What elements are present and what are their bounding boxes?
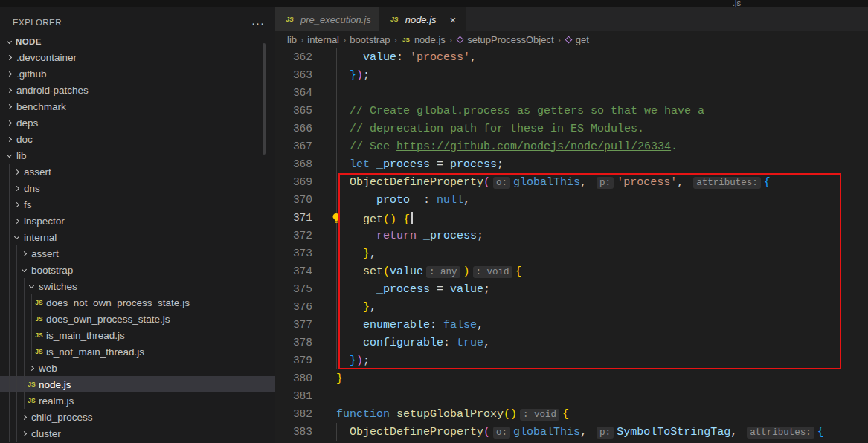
line-number: 368 [275,158,312,170]
tree-folder-doc[interactable]: doc [0,131,275,147]
tree-folder-deps[interactable]: deps [0,114,275,131]
chevron-right-icon[interactable] [3,49,16,65]
code-line-364[interactable]: 364 [275,84,868,102]
breadcrumb-item-bootstrap[interactable]: bootstrap [350,34,390,45]
close-icon[interactable]: × [449,13,458,26]
title-fragment: .js [733,0,741,7]
line-number: 381 [275,390,312,402]
tree-folder-devcontainer[interactable]: .devcontainer [0,49,275,65]
code-line-383[interactable]: 383 ObjectDefineProperty(o:globalThis, p… [275,423,868,441]
code-line-374[interactable]: 374 set(value: any): void{ [275,262,868,280]
code-line-381[interactable]: 381 [275,387,868,405]
tree-folder-assert[interactable]: assert [0,245,275,262]
chevron-right-icon[interactable] [3,98,16,114]
chevron-right-icon[interactable] [18,409,30,425]
breadcrumb-item-lib[interactable]: lib [287,34,297,45]
code-line-376[interactable]: 376 }, [275,298,868,316]
tab-pre-execution-js[interactable]: JSpre_execution.js [275,7,380,31]
tree-folder-cluster[interactable]: cluster [0,425,275,442]
tree-folder-fs[interactable]: fs [0,196,275,213]
tree-folder-switches[interactable]: switches [0,278,275,294]
tree-folder-android-patches[interactable]: android-patches [0,82,275,98]
chevron-right-icon[interactable] [3,114,16,131]
breadcrumb-item-node-js[interactable]: JSnode.js [401,34,446,45]
chevron-right-icon[interactable] [3,82,16,98]
glyph-margin [312,155,336,173]
tree-folder-inspector[interactable]: inspector [0,213,275,229]
tree-item-label: is_not_main_thread.js [45,346,144,358]
line-number: 362 [275,51,312,63]
code-line-372[interactable]: 372 return _process; [275,227,868,245]
tab-bar: JSpre_execution.jsJSnode.js× [275,7,868,31]
chevron-right-icon[interactable] [3,131,16,147]
chevron-right-icon[interactable] [18,425,30,442]
sidebar-scrollbar[interactable] [263,43,266,155]
tree-folder-child-process[interactable]: child_process [0,409,275,425]
chevron-down-icon [3,33,16,50]
glyph-margin [312,227,336,245]
tree-folder-internal[interactable]: internal [0,229,275,245]
breadcrumb-item-internal[interactable]: internal [307,34,339,45]
tree-folder-dns[interactable]: dns [0,180,275,196]
chevron-right-icon[interactable] [3,65,16,82]
code-line-366[interactable]: 366 // deprecation path for these in ES … [275,120,868,138]
code-editor[interactable]: 362 value: 'process',363 });364365 // Cr… [275,48,868,443]
chevron-right-icon[interactable] [18,245,30,262]
tree-folder-assert[interactable]: assert [0,164,275,180]
breadcrumb-item-get[interactable]: get [565,34,589,45]
tree-folder-benchmark[interactable]: benchmark [0,98,275,114]
code-line-377[interactable]: 377 enumerable: false, [275,316,868,334]
symbol-method-icon [565,36,572,44]
chevron-down-icon[interactable] [18,262,30,278]
code-line-373[interactable]: 373 }, [275,245,868,262]
chevron-right-icon[interactable] [10,164,23,180]
code-line-375[interactable]: 375 _process = value; [275,280,868,298]
tree-file-does-not-own-process-state-js[interactable]: JSdoes_not_own_process_state.js [0,294,275,311]
code-line-368[interactable]: 368 let _process = process; [275,155,868,173]
code-text: // Create global.process as getters so t… [336,105,704,117]
breadcrumb-label: bootstrap [350,34,390,45]
code-line-370[interactable]: 370 __proto__: null, [275,191,868,209]
tree-item-label: fs [23,199,32,210]
tree-file-realm-js[interactable]: JSrealm.js [0,392,275,409]
code-line-363[interactable]: 363 }); [275,66,868,84]
chevron-right-icon[interactable] [10,213,23,229]
line-number: 365 [275,105,312,117]
more-actions-icon[interactable]: ··· [251,16,265,29]
code-line-371[interactable]: 371 get() { [275,209,868,227]
chevron-down-icon[interactable] [25,278,38,294]
tree-folder-web[interactable]: web [0,360,275,376]
tree-folder-bootstrap[interactable]: bootstrap [0,262,275,278]
code-line-382[interactable]: 382function setupGlobalProxy(): void{ [275,405,868,423]
file-tree: .devcontainer.githubandroid-patchesbench… [0,49,275,442]
breadcrumb-label: lib [287,34,297,45]
code-line-380[interactable]: 380} [275,369,868,387]
code-line-367[interactable]: 367 // See https://github.com/nodejs/nod… [275,138,868,155]
code-line-362[interactable]: 362 value: 'process', [275,48,868,66]
explorer-section-node[interactable]: NODE [0,34,275,49]
tree-file-is-main-thread-js[interactable]: JSis_main_thread.js [0,327,275,343]
chevron-right-icon[interactable] [25,360,38,376]
tree-file-does-own-process-state-js[interactable]: JSdoes_own_process_state.js [0,311,275,327]
chevron-separator-icon: › [446,34,456,45]
chevron-right-icon[interactable] [10,180,23,196]
tree-folder-github[interactable]: .github [0,65,275,82]
code-line-365[interactable]: 365 // Create global.process as getters … [275,102,868,120]
symbol-method-icon [457,36,464,44]
tree-folder-lib[interactable]: lib [0,147,275,164]
tree-file-node-js[interactable]: JSnode.js [0,376,275,392]
breadcrumb-label: node.js [414,34,446,45]
tree-item-label: does_not_own_process_state.js [45,297,190,308]
js-file-icon: JS [33,348,45,355]
breadcrumb-item-setupprocessobject[interactable]: setupProcessObject [456,34,553,45]
code-line-369[interactable]: 369 ObjectDefineProperty(o:globalThis, p… [275,173,868,191]
chevron-down-icon[interactable] [3,147,16,164]
code-line-379[interactable]: 379 }); [275,352,868,369]
tree-file-is-not-main-thread-js[interactable]: JSis_not_main_thread.js [0,343,275,360]
glyph-margin [312,84,336,102]
chevron-down-icon[interactable] [10,229,23,245]
tab-node-js[interactable]: JSnode.js× [380,7,467,31]
code-line-378[interactable]: 378 configurable: true, [275,334,868,352]
chevron-right-icon[interactable] [10,196,23,213]
tree-item-label: inspector [23,216,65,227]
